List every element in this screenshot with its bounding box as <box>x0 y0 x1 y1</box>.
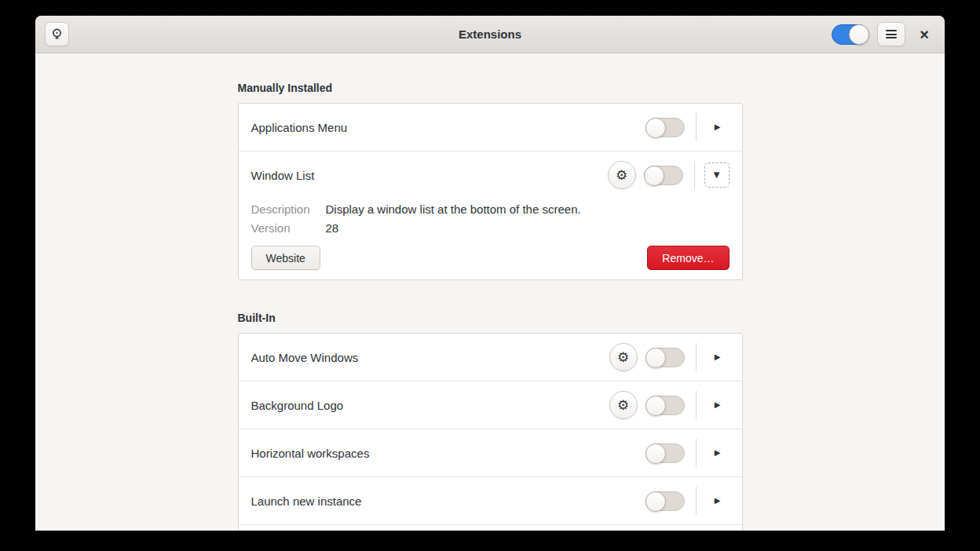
gear-icon: ⚙ <box>617 399 629 412</box>
arrow-right-icon: ▶ <box>715 401 721 409</box>
arrow-right-icon: ▶ <box>715 123 721 131</box>
extension-toggle[interactable] <box>645 118 685 137</box>
close-button[interactable]: × <box>916 27 932 42</box>
toggle-knob <box>849 24 869 45</box>
preferences-button[interactable]: ⚙ <box>609 343 638 371</box>
primary-menu-button[interactable] <box>877 22 905 46</box>
manually-installed-list: Applications Menu ▶ Window List <box>238 103 743 280</box>
extension-details: Description Display a window list at the… <box>239 200 742 238</box>
lightbulb-icon <box>50 27 64 41</box>
extension-name: Launch new instance <box>251 494 362 508</box>
divider <box>696 343 697 371</box>
preferences-button[interactable]: ⚙ <box>609 391 638 419</box>
extension-name: Auto Move Windows <box>251 351 359 364</box>
divider <box>696 113 697 141</box>
divider <box>696 391 697 419</box>
extension-row-auto-move-windows: Auto Move Windows ⚙ ▶ <box>239 334 742 381</box>
close-icon: × <box>920 26 929 43</box>
extension-toggle[interactable] <box>644 166 683 185</box>
header-controls: × <box>832 22 945 46</box>
extension-name: Applications Menu <box>251 121 348 134</box>
divider <box>696 439 697 467</box>
extension-name: Background Logo <box>251 399 344 412</box>
app-menu-button[interactable] <box>45 22 69 46</box>
extension-toggle[interactable] <box>645 491 685 511</box>
preferences-button[interactable]: ⚙ <box>608 161 636 189</box>
extension-toggle[interactable] <box>645 443 685 463</box>
expand-button[interactable]: ▶ <box>706 393 730 417</box>
extension-row-horizontal-workspaces: Horizontal workspaces ▶ <box>239 429 742 476</box>
remove-button[interactable]: Remove… <box>647 246 729 270</box>
row-controls: ▶ <box>645 113 730 141</box>
content-area: Manually Installed Applications Menu ▶ <box>35 53 945 531</box>
row-header: Window List ⚙ ▼ <box>239 151 742 199</box>
arrow-right-icon: ▶ <box>715 497 721 505</box>
description-value: Display a window list at the bottom of t… <box>326 200 581 219</box>
toggle-knob <box>645 118 666 138</box>
extension-row-window-list: Window List ⚙ ▼ <box>239 151 742 279</box>
global-extensions-toggle[interactable] <box>832 24 869 45</box>
arrow-right-icon: ▶ <box>715 449 721 457</box>
section-heading-manually-installed: Manually Installed <box>238 82 743 94</box>
expand-button[interactable]: ▶ <box>706 441 730 465</box>
extension-toggle[interactable] <box>645 348 685 367</box>
toggle-knob <box>644 166 664 186</box>
page-title: Extensions <box>35 27 945 41</box>
row-controls: ▶ <box>645 487 730 515</box>
extension-name: Window List <box>251 169 315 182</box>
hamburger-icon <box>886 28 897 41</box>
toggle-knob <box>645 491 666 512</box>
row-controls: ⚙ ▶ <box>609 343 730 371</box>
gear-icon: ⚙ <box>617 351 629 364</box>
expand-button[interactable]: ▶ <box>706 115 730 139</box>
toggle-knob <box>645 348 666 368</box>
description-label: Description <box>251 200 326 219</box>
extension-row-background-logo: Background Logo ⚙ ▶ <box>239 381 742 429</box>
row-controls: ▶ <box>645 439 730 467</box>
extensions-window: Extensions × Manually Installed Applicat… <box>35 16 945 531</box>
divider <box>694 161 695 189</box>
expand-button[interactable]: ▶ <box>706 345 730 369</box>
version-line: Version 28 <box>251 219 730 238</box>
description-line: Description Display a window list at the… <box>251 200 730 219</box>
row-controls: ⚙ ▶ <box>609 391 730 419</box>
toggle-knob <box>645 443 666 464</box>
toggle-knob <box>645 396 666 416</box>
extension-toggle[interactable] <box>645 396 685 415</box>
extension-row-launch-new-instance: Launch new instance ▶ <box>239 477 742 524</box>
extension-row-partial <box>239 525 742 531</box>
website-button[interactable]: Website <box>251 246 320 270</box>
extension-name: Horizontal workspaces <box>251 447 370 460</box>
built-in-list: Auto Move Windows ⚙ ▶ Backgroun <box>238 333 743 531</box>
arrow-right-icon: ▶ <box>715 353 721 361</box>
version-label: Version <box>251 219 326 238</box>
arrow-down-icon: ▼ <box>714 171 720 179</box>
headerbar: Extensions × <box>35 16 945 53</box>
row-controls: ⚙ ▼ <box>608 161 730 189</box>
version-value: 28 <box>326 219 339 238</box>
expand-button[interactable]: ▶ <box>706 489 730 513</box>
collapse-button[interactable]: ▼ <box>704 162 730 188</box>
divider <box>696 487 697 515</box>
section-heading-built-in: Built-In <box>238 312 743 324</box>
extension-row-applications-menu: Applications Menu ▶ <box>239 104 742 151</box>
gear-icon: ⚙ <box>616 169 627 182</box>
extension-actions: Website Remove… <box>239 238 742 279</box>
